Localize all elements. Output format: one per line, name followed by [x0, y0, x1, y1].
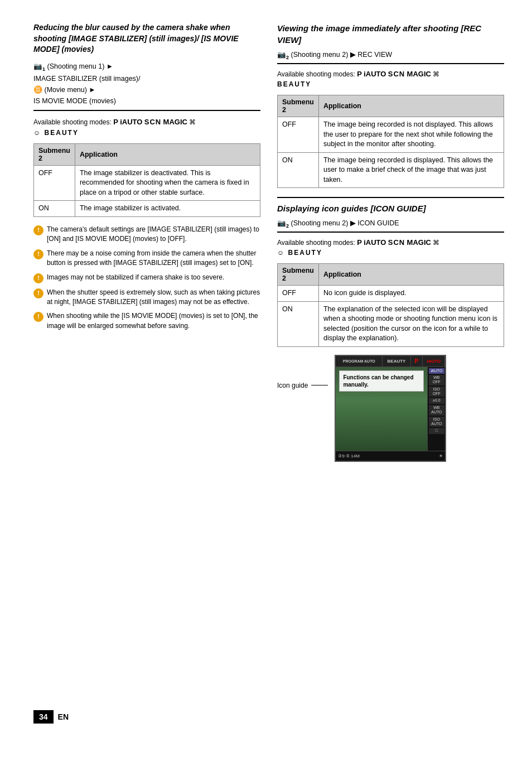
movie-menu-icon: ♊ [33, 85, 42, 94]
note-text-1: The camera's default settings are [IMAGE… [47, 225, 260, 244]
rec-view-menu-path: 📷2 (Shooting menu 2) ▶ REC VIEW [277, 50, 504, 64]
screen-body: Functions can be changed manually. iAUTO… [336, 367, 445, 451]
program-auto-btn: PROGRAM AUTO [336, 356, 383, 367]
list-item: ! When shooting while the [IS MOVIE MODE… [33, 311, 260, 331]
iauto-btn: iAUTO [423, 356, 446, 367]
ig-mode-scn: SCN [388, 238, 405, 247]
left-table-col1: Submenu 2 [34, 143, 75, 165]
available-label-ig: Available shooting modes: [277, 239, 355, 247]
ig-mode-p: P [357, 238, 362, 247]
left-section-title: Reducing the blur caused by the camera s… [33, 22, 260, 55]
icon-guide-figure: Icon guide PROGRAM AUTO BEAUTY P iAUTO F… [277, 355, 504, 462]
rv-on-cell: ON [278, 152, 319, 188]
mode-custom: ⌘ [189, 118, 196, 126]
rv-mode-p: P [357, 70, 362, 78]
table-row: ON The explanation of the selected icon … [278, 301, 504, 346]
side-item-iso-auto: ISOAUTO [429, 417, 444, 427]
left-column: Reducing the blur caused by the camera s… [33, 22, 260, 699]
left-available-modes: Available shooting modes: P iAUTO SCN MA… [33, 117, 260, 138]
note-icon-2: ! [33, 249, 43, 259]
list-item: ! Images may not be stabilized if camera… [33, 273, 260, 283]
notes-list: ! The camera's default settings are [IMA… [33, 225, 260, 331]
note-text-3: Images may not be stabilized if camera s… [47, 273, 224, 282]
note-text-5: When shooting while the [IS MOVIE MODE] … [47, 311, 260, 331]
left-menu-path: 📷1 (Shooting menu 1) ► IMAGE STABILIZER … [33, 61, 260, 112]
ig-table-col1: Submenu 2 [278, 264, 319, 286]
page: Reducing the blur caused by the camera s… [0, 0, 532, 757]
movie-menu-label: (Movie menu) ► [44, 86, 95, 94]
mode-scn: SCN [144, 118, 161, 126]
side-item-wb-off: WBOFF [429, 375, 444, 385]
rv-on-desc: The image being recorded is displayed. T… [318, 152, 504, 188]
icon-guide-modes: Available shooting modes: P iAUTO SCN MA… [277, 237, 504, 258]
ig-on-cell: ON [278, 301, 319, 346]
table-row: OFF The image stabilizer is deactivated.… [34, 165, 260, 201]
icon-guide-line [311, 385, 328, 385]
rv-mode-beauty: BEAUTY [277, 80, 311, 88]
icon-guide-title: Displaying icon guides [ICON GUIDE] [277, 202, 504, 214]
table-cell-on: ON [34, 201, 75, 217]
ig-mode-iauto: iAUTO [364, 238, 386, 247]
rv-table-col2: Application [318, 95, 504, 117]
screen-overlay: Functions can be changed manually. [339, 370, 424, 392]
side-item-wb-auto: WBAUTO [429, 405, 444, 416]
icon-guide-label: Icon guide [277, 382, 308, 389]
note-icon-4: ! [33, 288, 43, 298]
right-column: Viewing the image immediately after shoo… [277, 22, 504, 699]
mode-magic: MAGIC [163, 118, 187, 126]
screen-main: Functions can be changed manually. [336, 367, 427, 451]
ig-mode-beauty: ☺ BEAUTY [277, 249, 322, 257]
p-btn: P [411, 356, 423, 367]
image-stabilizer-label: IMAGE STABILIZER (still images)/ [33, 75, 140, 83]
rec-view-title: Viewing the image immediately after shoo… [277, 22, 504, 46]
screen-top-bar: PROGRAM AUTO BEAUTY P iAUTO [336, 356, 445, 367]
rv-mode-magic: MAGIC [407, 70, 431, 78]
rec-view-modes: Available shooting modes: P iAUTO SCN MA… [277, 69, 504, 90]
list-item: ! The camera's default settings are [IMA… [33, 225, 260, 244]
camera-screen: PROGRAM AUTO BEAUTY P iAUTO Functions ca… [335, 355, 446, 462]
camera2-icon-ig: 📷2 [277, 219, 289, 227]
rv-mode-custom: ⌘ [433, 70, 439, 78]
note-text-4: When the shutter speed is extremely slow… [47, 288, 260, 307]
rec-view-table: Submenu 2 Application OFF The image bein… [277, 95, 504, 188]
page-number: 34 [33, 710, 54, 724]
left-table-col2: Application [75, 143, 260, 165]
mode-p: P [113, 118, 118, 126]
mode-iauto: iAUTO [120, 118, 142, 126]
icon-guide-path: (Shooting menu 2) ▶ ICON GUIDE [291, 219, 399, 227]
overlay-text: Functions can be changed manually. [343, 374, 413, 388]
main-content: Reducing the blur caused by the camera s… [33, 22, 504, 699]
is-movie-mode-label: IS MOVIE MODE (movies) [33, 97, 116, 105]
beauty-btn: BEAUTY [383, 356, 411, 367]
list-item: ! There may be a noise coming from insid… [33, 249, 260, 268]
note-icon-5: ! [33, 312, 43, 322]
table-row: OFF The image being recorded is not disp… [278, 117, 504, 153]
left-table: Submenu 2 Application OFF The image stab… [33, 143, 260, 217]
camera2-icon: 📷2 [277, 51, 289, 59]
screen-bottom: ③9 ⑤ 14M ☀ [336, 451, 445, 461]
available-label-rv: Available shooting modes: [277, 70, 355, 78]
ig-mode-magic: MAGIC [407, 238, 431, 247]
note-icon-3: ! [33, 273, 43, 283]
mode-beauty: ☺ BEAUTY [33, 129, 79, 137]
icon-guide-label-container: Icon guide [277, 382, 328, 389]
rv-off-desc: The image being recorded is not displaye… [318, 117, 504, 153]
table-row: OFF No icon guide is displayed. [278, 286, 504, 302]
ig-table-col2: Application [318, 264, 504, 286]
rec-view-path: (Shooting menu 2) ▶ REC VIEW [291, 51, 393, 59]
side-item-iso-off: ISOOFF [429, 387, 444, 397]
ig-mode-custom: ⌘ [433, 239, 439, 247]
table-cell-on-desc: The image stabilizer is activated. [75, 201, 260, 217]
ig-on-desc: The explanation of the selected icon wil… [318, 301, 504, 346]
ig-off-cell: OFF [278, 286, 319, 302]
note-icon-1: ! [33, 225, 43, 235]
section-divider [277, 197, 504, 198]
side-item-box: □ [429, 428, 444, 433]
page-footer: 34 EN [33, 699, 504, 724]
table-row: ON The image stabilizer is activated. [34, 201, 260, 217]
rv-mode-iauto: iAUTO [364, 70, 386, 78]
shooting-menu-label: (Shooting menu 1) ► [47, 62, 114, 70]
icon-guide-menu-path: 📷2 (Shooting menu 2) ▶ ICON GUIDE [277, 219, 504, 233]
camera-icon-1: 📷1 [33, 62, 45, 70]
language-label: EN [58, 712, 69, 721]
